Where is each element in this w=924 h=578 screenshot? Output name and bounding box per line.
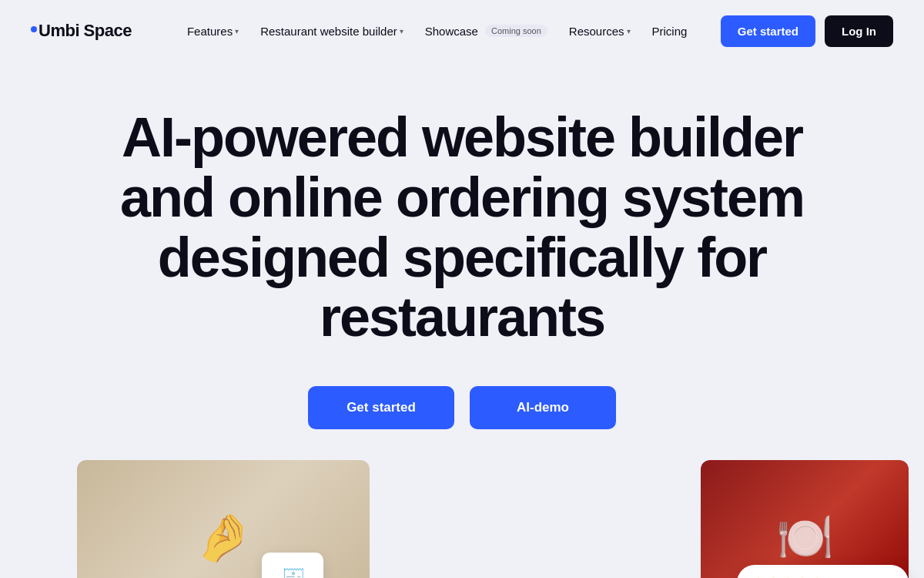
reviews-badge: ★ ★ ★ ★ ★ 22 Reviews [737,565,909,578]
receipt-icon: 🧾 [280,567,306,579]
hero-get-started-button[interactable]: Get started [308,386,454,429]
small-preview-card: 🧾 [262,553,323,578]
hero-section: AI-powered website builder and online or… [0,62,924,578]
coming-soon-badge: Coming soon [485,25,547,37]
hero-title: AI-powered website builder and online or… [96,108,828,348]
star-1: ★ [752,574,765,578]
star-2: ★ [767,574,779,578]
navbar: Umbi Space Features ▾ Restaurant website… [0,0,924,62]
chevron-down-icon: ▾ [627,27,631,35]
nav-get-started-button[interactable]: Get started [721,15,815,47]
nav-actions: Get started Log In [721,15,893,47]
hero-buttons: Get started AI-demo [308,386,616,429]
hand-pizza-illustration: 🤌 [195,510,253,565]
nav-item-pricing[interactable]: Pricing [643,18,697,44]
chevron-down-icon: ▾ [400,27,403,35]
nav-item-showcase[interactable]: Showcase Coming soon [416,18,557,44]
preview-image-left: 🤌 [77,460,370,578]
preview-image-right: 🍽️ [701,460,909,578]
chevron-down-icon: ▾ [235,27,239,35]
star-3: ★ [782,574,794,578]
star-5: ★ [811,574,823,578]
food-plate-illustration: 🍽️ [776,510,834,565]
logo[interactable]: Umbi Space [31,21,132,41]
nav-item-features[interactable]: Features ▾ [178,18,248,44]
nav-item-restaurant-builder[interactable]: Restaurant website builder ▾ [251,18,413,44]
star-rating: ★ ★ ★ ★ ★ [752,574,823,578]
star-4: ★ [796,574,808,578]
nav-item-resources[interactable]: Resources ▾ [560,18,640,44]
preview-strip: 🤌 🧾 🍽️ ★ ★ ★ ★ ★ 22 Reviews [0,460,924,578]
hero-ai-demo-button[interactable]: AI-demo [470,386,616,429]
nav-log-in-button[interactable]: Log In [825,15,893,47]
nav-links: Features ▾ Restaurant website builder ▾ … [178,18,721,44]
logo-dot [31,26,37,32]
logo-text: Umbi Space [38,21,132,41]
